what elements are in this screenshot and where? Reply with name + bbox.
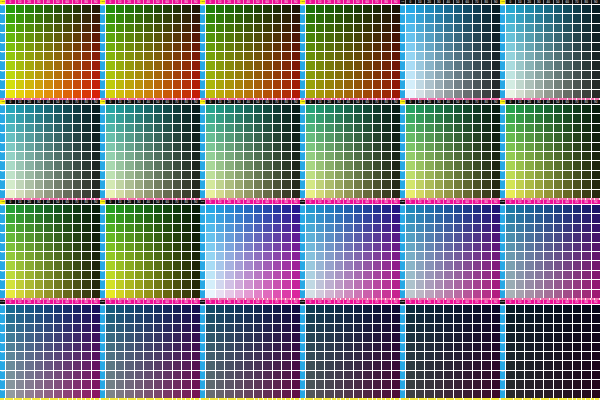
color-patch (363, 105, 372, 113)
color-patch (473, 361, 482, 369)
color-patch (292, 271, 301, 279)
color-patch (216, 43, 225, 51)
color-patch (373, 314, 382, 322)
color-patch (16, 114, 25, 122)
color-patch (363, 324, 372, 332)
color-patch (173, 361, 182, 369)
color-patch (335, 133, 344, 141)
color-patch (54, 333, 63, 341)
color-patch (506, 390, 515, 398)
color-patch (554, 71, 563, 79)
color-patch (392, 305, 401, 313)
color-patch (506, 214, 515, 222)
color-patch (325, 190, 334, 198)
color-patch (425, 171, 434, 179)
color-patch (154, 180, 163, 188)
color-patch (325, 114, 334, 122)
color-patch (116, 324, 125, 332)
color-patch (173, 243, 182, 251)
color-patch (473, 271, 482, 279)
color-patch (163, 80, 172, 88)
color-patch (392, 290, 401, 298)
color-patch (425, 61, 434, 69)
color-patch (444, 152, 453, 160)
color-patch (106, 171, 115, 179)
color-patch (63, 380, 72, 388)
color-patch (6, 43, 15, 51)
color-patch (92, 324, 101, 332)
color-patch (273, 133, 282, 141)
color-patch (316, 380, 325, 388)
color-patch (135, 305, 144, 313)
patch-grid (205, 4, 300, 98)
color-patch (135, 380, 144, 388)
color-patch (63, 352, 72, 360)
color-patch (482, 14, 491, 22)
color-patch (173, 24, 182, 32)
color-patch (382, 224, 391, 232)
color-patch (316, 43, 325, 51)
color-patch (144, 5, 153, 13)
color-patch (263, 243, 272, 251)
color-patch (592, 343, 600, 351)
color-patch (6, 333, 15, 341)
color-patch (125, 324, 134, 332)
color-patch (554, 252, 563, 260)
color-patch (54, 124, 63, 132)
color-patch (392, 280, 401, 288)
color-patch (63, 71, 72, 79)
color-patch (525, 71, 534, 79)
color-patch (106, 261, 115, 269)
color-patch (492, 61, 501, 69)
color-patch (463, 314, 472, 322)
color-patch (516, 14, 525, 22)
color-patch (516, 171, 525, 179)
color-patch (216, 152, 225, 160)
color-patch (592, 361, 600, 369)
color-patch (92, 143, 101, 151)
color-patch (392, 52, 401, 60)
color-patch (235, 14, 244, 22)
color-patch (506, 305, 515, 313)
color-patch (406, 261, 415, 269)
color-patch (144, 243, 153, 251)
color-patch (573, 361, 582, 369)
color-patch (425, 233, 434, 241)
color-patch (192, 71, 201, 79)
color-patch (416, 390, 425, 398)
color-patch (416, 343, 425, 351)
color-patch (163, 190, 172, 198)
color-patch (182, 252, 191, 260)
color-patch (335, 180, 344, 188)
color-patch (292, 371, 301, 379)
color-patch (392, 390, 401, 398)
color-patch (173, 324, 182, 332)
color-patch (354, 314, 363, 322)
color-patch (473, 161, 482, 169)
color-patch (92, 224, 101, 232)
color-patch (435, 124, 444, 132)
color-patch (273, 314, 282, 322)
color-patch (316, 171, 325, 179)
color-patch (535, 14, 544, 22)
color-patch (206, 271, 215, 279)
color-patch (82, 233, 91, 241)
color-patch (363, 243, 372, 251)
color-patch (382, 143, 391, 151)
color-patch (325, 124, 334, 132)
color-patch (463, 143, 472, 151)
color-patch (225, 133, 234, 141)
color-patch (63, 290, 72, 298)
color-patch (206, 361, 215, 369)
color-patch (73, 390, 82, 398)
color-patch (282, 43, 291, 51)
color-patch (482, 171, 491, 179)
color-patch (73, 333, 82, 341)
color-patch (506, 190, 515, 198)
color-patch (244, 352, 253, 360)
color-patch (135, 390, 144, 398)
color-patch (463, 124, 472, 132)
color-patch (292, 171, 301, 179)
color-patch (554, 214, 563, 222)
color-patch (506, 271, 515, 279)
